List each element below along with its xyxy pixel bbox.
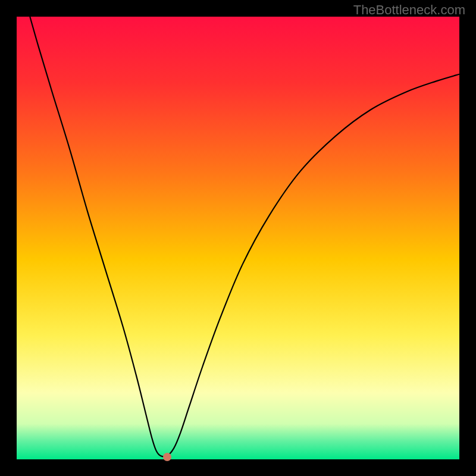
chart-frame: [17, 17, 459, 459]
curve-layer: [17, 17, 459, 459]
bottleneck-curve: [30, 17, 459, 456]
plot-area: [17, 17, 459, 459]
optimum-point: [163, 453, 171, 461]
watermark-text: TheBottleneck.com: [353, 2, 465, 18]
